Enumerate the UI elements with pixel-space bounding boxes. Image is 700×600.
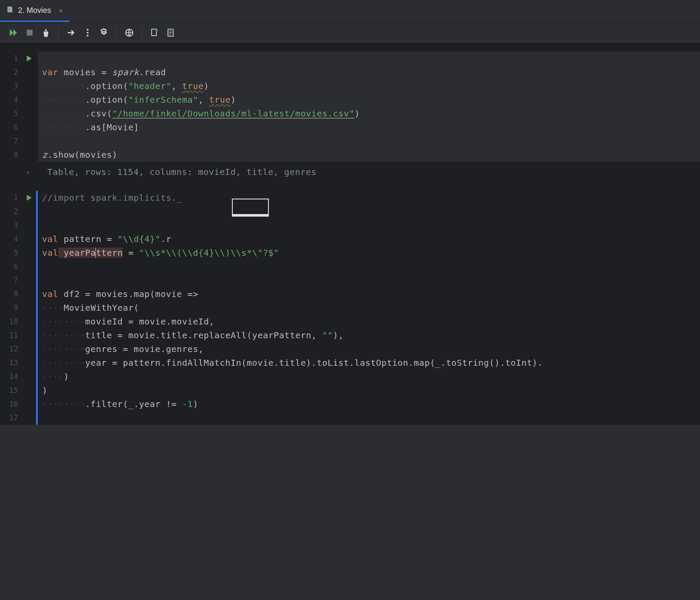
line-number: 6 (0, 262, 22, 271)
svg-rect-6 (152, 29, 156, 35)
line-number: 5 (0, 109, 22, 118)
toolbar (0, 22, 700, 43)
paste-icon[interactable] (147, 25, 162, 40)
svg-point-4 (103, 31, 105, 34)
line-number: 13 (0, 358, 22, 367)
line-number: 5 (0, 248, 22, 257)
code-area[interactable]: var movies = spark.read ········.option(… (38, 52, 700, 162)
line-number: 1 (0, 54, 22, 63)
toolbar-separator (58, 28, 59, 38)
svg-point-3 (87, 34, 88, 36)
svg-point-2 (87, 31, 88, 33)
document-icon[interactable] (164, 25, 178, 40)
line-number: 17 (0, 413, 22, 422)
line-number: 12 (0, 345, 22, 353)
line-number: 15 (0, 386, 22, 395)
line-number: 8 (0, 150, 22, 159)
line-number: 2 (0, 207, 22, 216)
notebook-icon (6, 6, 14, 15)
settings-icon[interactable] (97, 25, 111, 40)
tab-movies[interactable]: 2. Movies ✕ (0, 0, 69, 22)
line-number: 7 (0, 137, 22, 145)
code-area[interactable]: //import spark.implicits._ val pattern =… (38, 191, 700, 425)
line-number: 6 (0, 123, 22, 132)
output-text: Table, rows: 1154, columns: movieId, tit… (39, 167, 317, 177)
line-number: 16 (0, 400, 22, 408)
svg-rect-0 (27, 30, 33, 36)
code-cell-1[interactable]: 1 2 3 4 5 6 7 8 var movies = spark.read … (0, 52, 700, 162)
gutter: 1 2 3 4 5 6 7 8 (0, 52, 36, 162)
cell-output[interactable]: › Table, rows: 1154, columns: movieId, t… (0, 162, 700, 182)
tab-bar: 2. Movies ✕ (0, 0, 700, 22)
line-number: 1 (0, 193, 22, 202)
tab-label: 2. Movies (18, 6, 51, 15)
toolbar-separator (116, 28, 117, 38)
more-icon[interactable] (80, 25, 95, 40)
run-cell-icon[interactable] (22, 195, 36, 201)
stop-button[interactable] (22, 25, 37, 40)
toolbar-separator (142, 28, 142, 38)
svg-point-1 (87, 29, 88, 31)
restart-button[interactable] (64, 25, 79, 40)
line-number: 7 (0, 276, 22, 285)
clear-outputs-button[interactable] (39, 25, 53, 40)
close-icon[interactable]: ✕ (59, 6, 63, 15)
line-number: 4 (0, 235, 22, 243)
run-all-button[interactable] (6, 25, 21, 40)
run-cell-icon[interactable] (22, 55, 36, 61)
line-number: 3 (0, 82, 22, 90)
line-number: 4 (0, 95, 22, 104)
gutter: 1 2 3 4 5 6 7 8 9 10 11 12 13 14 15 16 1… (0, 191, 36, 425)
line-number: 3 (0, 221, 22, 230)
globe-icon[interactable] (122, 25, 137, 40)
chevron-right-icon[interactable]: › (26, 168, 39, 176)
line-number: 8 (0, 290, 22, 298)
line-number: 11 (0, 331, 22, 340)
editor: 1 2 3 4 5 6 7 8 var movies = spark.read … (0, 43, 700, 425)
line-number: 2 (0, 68, 22, 77)
line-number: 14 (0, 372, 22, 381)
line-number: 10 (0, 317, 22, 326)
line-number: 9 (0, 303, 22, 312)
code-cell-2[interactable]: 1 2 3 4 5 6 7 8 9 10 11 12 13 14 15 16 1… (0, 191, 700, 425)
